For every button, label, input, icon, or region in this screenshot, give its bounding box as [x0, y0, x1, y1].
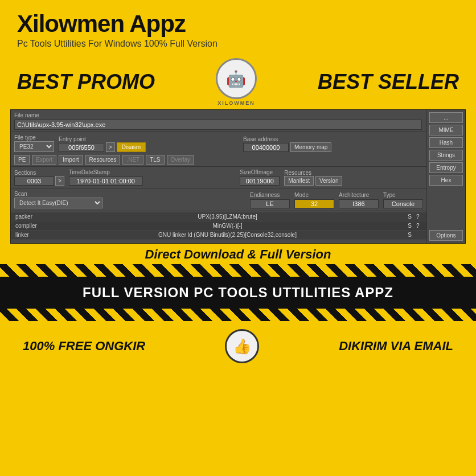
filetype-group: File type PE32 [14, 134, 54, 152]
net-button[interactable]: .NET [122, 155, 143, 165]
divider3 [11, 188, 426, 188]
filetype-select[interactable]: PE32 [14, 141, 54, 152]
filetype-row: File type PE32 Entry point > Disasm Base… [11, 133, 426, 154]
endianness-group: Endianness [250, 192, 290, 208]
tls-button[interactable]: TLS [146, 155, 164, 165]
sizeofimage-label: SizeOfImage [240, 169, 280, 175]
detect-key: linker [15, 232, 50, 238]
strings-button[interactable]: Strings [429, 150, 463, 161]
timedatestamp-group: TimeDateStamp [69, 169, 235, 186]
black-band: FULL VERSION PC TOOLS UTTILITIES APPZ [0, 277, 476, 309]
spacer [11, 240, 426, 243]
detect-key: packer [15, 214, 50, 220]
baseaddress-label: Base address [243, 136, 423, 142]
bottom-left: 100% FREE ONGKIR [23, 339, 145, 354]
mode-input [294, 199, 334, 208]
hex-button[interactable]: Hex [429, 175, 463, 186]
overlay-button[interactable]: Overlay [167, 155, 194, 165]
divider4 [11, 211, 426, 211]
full-version-text: FULL VERSION PC TOOLS UTTILITIES APPZ [17, 285, 459, 301]
detect-s: S [405, 223, 414, 229]
detect-q [416, 232, 422, 238]
mime-button[interactable]: MIME [429, 125, 463, 136]
import-button[interactable]: Import [59, 155, 83, 165]
table-row: linker GNU linker ld (GNU Binutils)(2.25… [11, 231, 426, 240]
app-window: File name File type PE32 Entry point > D… [10, 109, 466, 244]
type-input [383, 199, 423, 208]
side-spacer [429, 187, 463, 228]
architecture-input [339, 199, 379, 208]
entrypoint-group: Entry point > Disasm [59, 136, 239, 152]
sizeofimage-input[interactable] [240, 177, 280, 186]
sections-row: Sections > TimeDateStamp SizeOfImage Res… [11, 167, 426, 187]
architecture-label: Architecture [339, 192, 379, 198]
version-button[interactable]: Version [315, 176, 342, 186]
endianness-label: Endianness [250, 192, 290, 198]
detect-q: ? [416, 214, 422, 220]
options-button[interactable]: Options [429, 230, 463, 241]
scan-group: Scan Detect It Easy(DIE) [14, 191, 245, 208]
pe-button[interactable]: PE [14, 155, 30, 165]
baseaddress-group: Base address Memory map [243, 136, 423, 152]
scan-label: Scan [14, 191, 245, 197]
filename-label: File name [14, 112, 423, 118]
memorymap-button[interactable]: Memory map [290, 142, 331, 152]
detect-key: compiler [15, 223, 50, 229]
bottom-right: DIKIRIM VIA EMAIL [339, 339, 453, 354]
divider1 [11, 132, 426, 132]
side-panel: ... MIME Hash Strings Entropy Hex Option… [426, 110, 465, 243]
promo-right: BEST SELLER [318, 70, 459, 94]
promo-left: BEST PROMO [17, 70, 155, 94]
detect-s: S [405, 214, 414, 220]
type-group: Type [383, 192, 423, 208]
divider2 [11, 166, 426, 167]
endianness-input [250, 199, 290, 208]
promo-band: BEST PROMO 🤖 XILOWMEN BEST SELLER [0, 55, 476, 109]
mode-group: Mode [294, 192, 334, 208]
baseaddress-input[interactable] [243, 143, 289, 152]
detect-value: MinGW(-)[-] [52, 223, 403, 229]
table-row: packer UPX(3.95)[LZMA;brute] S ? [11, 212, 426, 221]
entrypoint-input[interactable] [59, 143, 104, 152]
resources-section-label: Resources [284, 170, 423, 176]
manifest-button[interactable]: Manifest [284, 176, 314, 186]
sections-group: Sections > [14, 170, 64, 186]
resources-group: Resources Manifest Version [284, 170, 423, 186]
filename-input[interactable] [14, 120, 422, 130]
logo-text: XILOWMEN [218, 100, 255, 106]
detect-value: UPX(3.95)[LZMA;brute] [52, 214, 403, 220]
type-label: Type [383, 192, 423, 198]
timedatestamp-input[interactable] [69, 177, 143, 186]
detect-s: S [405, 232, 414, 238]
ellipsis-side-button[interactable]: ... [429, 112, 463, 123]
bottom-yellow: 100% FREE ONGKIR 👍 DIKIRIM VIA EMAIL [0, 321, 476, 371]
stripe-band-top [0, 264, 476, 277]
download-section: Direct Download & Full Version [0, 244, 476, 264]
logo-center: 🤖 XILOWMEN [216, 58, 257, 106]
table-row: compiler MinGW(-)[-] S ? [11, 221, 426, 231]
arrow-button[interactable]: > [106, 142, 115, 152]
architecture-group: Architecture [339, 192, 379, 208]
logo-icon: 🤖 [216, 58, 257, 99]
top-section: Xilowmen Appz Pc Tools Uttilities For Wi… [0, 0, 476, 55]
sections-input[interactable] [14, 177, 54, 186]
timedatestamp-label: TimeDateStamp [69, 169, 235, 175]
detect-q: ? [416, 223, 422, 229]
filename-section: File name [11, 110, 426, 131]
resources-button[interactable]: Resources [85, 155, 121, 165]
sections-arrow-button[interactable]: > [55, 176, 64, 186]
detections-table: packer UPX(3.95)[LZMA;brute] S ? compile… [11, 212, 426, 240]
sections-label: Sections [14, 170, 64, 176]
sizeofimage-group: SizeOfImage [240, 169, 280, 186]
detect-value: GNU linker ld (GNU Binutils)(2.25)[Conso… [52, 232, 403, 238]
hash-button[interactable]: Hash [429, 137, 463, 148]
mode-label: Mode [294, 192, 334, 198]
disasm-button[interactable]: Disasm [117, 142, 146, 152]
main-panel: File name File type PE32 Entry point > D… [11, 110, 426, 243]
pe-row: PE Export Import Resources .NET TLS Over… [11, 154, 426, 166]
scan-select[interactable]: Detect It Easy(DIE) [14, 198, 102, 208]
entropy-button[interactable]: Entropy [429, 162, 463, 173]
app-subtitle: Pc Tools Uttilities For Windows 100% Ful… [17, 39, 459, 49]
export-button[interactable]: Export [32, 155, 56, 165]
scan-row: Scan Detect It Easy(DIE) Endianness Mode… [11, 189, 426, 210]
